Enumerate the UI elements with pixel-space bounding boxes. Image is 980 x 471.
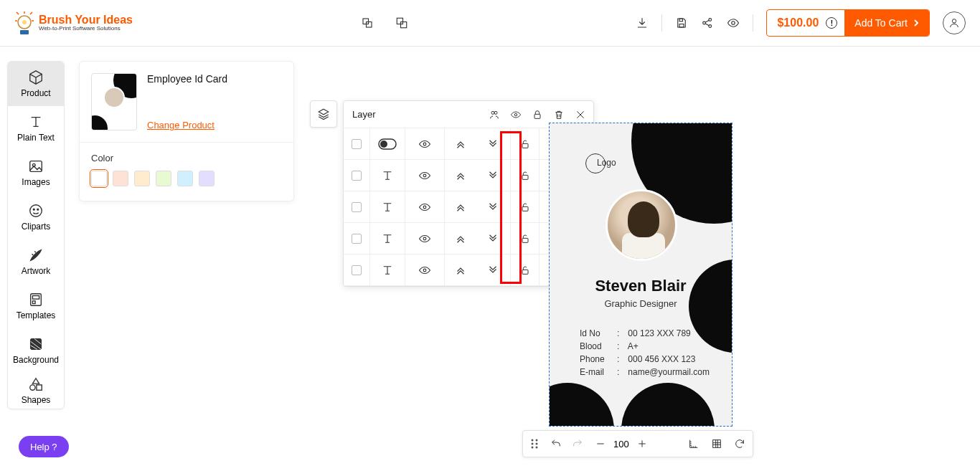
preview-icon[interactable] xyxy=(727,16,740,29)
color-swatch[interactable] xyxy=(134,171,150,186)
product-panel: Employee Id Card Change Product Color xyxy=(79,61,294,201)
svg-point-27 xyxy=(494,111,497,114)
sidebar-item-templates[interactable]: Templates xyxy=(8,284,64,328)
share-icon[interactable] xyxy=(701,16,714,29)
select-all-icon[interactable] xyxy=(489,109,500,120)
svg-rect-29 xyxy=(534,114,540,118)
layer-visibility-icon[interactable] xyxy=(405,191,446,222)
zoom-in-icon[interactable] xyxy=(636,438,648,449)
avatar[interactable] xyxy=(606,189,677,261)
zoom-out-icon[interactable] xyxy=(595,438,606,449)
layer-move-up-icon[interactable] xyxy=(445,191,476,222)
svg-point-47 xyxy=(532,439,534,442)
color-swatch[interactable] xyxy=(113,171,128,186)
layer-checkbox[interactable] xyxy=(344,160,369,191)
sidebar-item-artwork[interactable]: Artwork xyxy=(8,239,64,284)
layer-move-up-icon[interactable] xyxy=(445,160,476,191)
detail-row[interactable]: E-mail: name@yourmail.com xyxy=(580,367,710,377)
svg-rect-20 xyxy=(32,296,39,300)
sidebar-item-product[interactable]: Product xyxy=(8,62,64,106)
sidebar-item-images[interactable]: Images xyxy=(8,151,64,195)
sidebar-label: Cliparts xyxy=(22,222,51,232)
help-button[interactable]: Help ? xyxy=(19,436,69,457)
user-icon xyxy=(948,17,960,29)
svg-rect-4 xyxy=(366,22,372,28)
layer-move-up-icon[interactable] xyxy=(445,223,476,254)
ruler-icon[interactable] xyxy=(688,438,699,449)
layer-move-up-icon[interactable] xyxy=(445,254,476,285)
divider xyxy=(753,14,753,32)
info-icon[interactable]: ! xyxy=(826,17,837,29)
price-value: $100.00 xyxy=(767,16,826,29)
layer-visibility-icon[interactable] xyxy=(405,160,446,191)
layer-move-up-icon[interactable] xyxy=(445,128,476,159)
detail-row[interactable]: Phone: 000 456 XXX 123 xyxy=(580,354,710,364)
grid-icon[interactable] xyxy=(711,438,722,449)
svg-rect-45 xyxy=(522,270,528,274)
visibility-all-icon[interactable] xyxy=(510,109,522,120)
layer-checkbox[interactable] xyxy=(344,128,369,159)
layer-checkbox[interactable] xyxy=(344,191,369,222)
svg-point-49 xyxy=(532,443,534,445)
svg-point-13 xyxy=(952,19,956,23)
color-swatch[interactable] xyxy=(199,171,215,186)
svg-rect-25 xyxy=(37,385,42,390)
drag-handle-icon[interactable] xyxy=(530,438,539,449)
sidebar-item-cliparts[interactable]: Cliparts xyxy=(8,195,64,239)
svg-point-11 xyxy=(709,25,712,28)
undo-icon[interactable] xyxy=(550,438,562,449)
detail-row[interactable]: Id No: 00 123 XXX 789 xyxy=(580,328,710,338)
layer-visibility-icon[interactable] xyxy=(405,254,446,285)
help-label: Help ? xyxy=(30,442,57,452)
close-icon[interactable] xyxy=(575,109,586,120)
download-icon[interactable] xyxy=(636,16,649,29)
svg-point-9 xyxy=(703,22,706,24)
svg-point-38 xyxy=(423,206,426,209)
svg-point-28 xyxy=(514,113,517,115)
svg-rect-42 xyxy=(522,238,528,242)
user-menu[interactable] xyxy=(943,11,966,34)
smile-icon xyxy=(28,203,44,219)
delete-all-icon[interactable] xyxy=(553,109,565,120)
svg-rect-5 xyxy=(397,18,402,24)
svg-point-52 xyxy=(536,447,538,449)
color-swatches xyxy=(91,171,282,186)
divider xyxy=(661,14,662,32)
add-to-cart-button[interactable]: Add To Cart xyxy=(844,9,929,37)
card-role[interactable]: Graphic Designer xyxy=(550,298,732,309)
svg-rect-14 xyxy=(30,161,42,172)
bg-circle xyxy=(549,383,614,427)
change-product-link[interactable]: Change Product xyxy=(147,120,227,130)
card-name[interactable]: Steven Blair xyxy=(550,277,732,295)
shapes-icon xyxy=(28,376,44,392)
sidebar-label: Images xyxy=(22,177,50,187)
redo-icon[interactable] xyxy=(572,438,583,449)
logo-title: Brush Your Ideas xyxy=(39,14,133,26)
app-logo[interactable]: Brush Your Ideas Web-to-Print Software S… xyxy=(14,10,133,36)
layer-visibility-icon[interactable] xyxy=(405,223,446,254)
detail-row[interactable]: Blood: A+ xyxy=(580,341,710,351)
reset-icon[interactable] xyxy=(734,438,745,449)
sidebar-item-shapes[interactable]: Shapes xyxy=(8,373,64,409)
layer-checkbox[interactable] xyxy=(344,223,369,254)
save-icon[interactable] xyxy=(675,16,688,29)
layer-visibility-icon[interactable] xyxy=(405,128,446,159)
bulb-icon xyxy=(14,10,34,36)
product-thumbnail[interactable] xyxy=(91,73,137,130)
copy-layer-icon[interactable] xyxy=(395,16,408,29)
layer-checkbox[interactable] xyxy=(344,254,369,285)
sidebar-item-background[interactable]: Background xyxy=(8,328,64,373)
color-swatch[interactable] xyxy=(91,171,107,186)
layers-icon xyxy=(317,108,330,120)
sidebar-item-plain-text[interactable]: Plain Text xyxy=(8,106,64,151)
design-canvas[interactable]: Logo Steven Blair Graphic Designer Id No… xyxy=(549,123,732,427)
layer-type-icon xyxy=(369,128,405,159)
template-icon xyxy=(28,292,44,308)
mirror-icon[interactable] xyxy=(361,16,374,29)
lock-all-icon[interactable] xyxy=(532,109,543,120)
layer-toggle-handle[interactable] xyxy=(310,100,337,128)
sidebar-label: Templates xyxy=(17,310,56,320)
color-swatch[interactable] xyxy=(177,171,193,186)
canvas-toolbar: 100 xyxy=(522,430,753,457)
color-swatch[interactable] xyxy=(156,171,171,186)
